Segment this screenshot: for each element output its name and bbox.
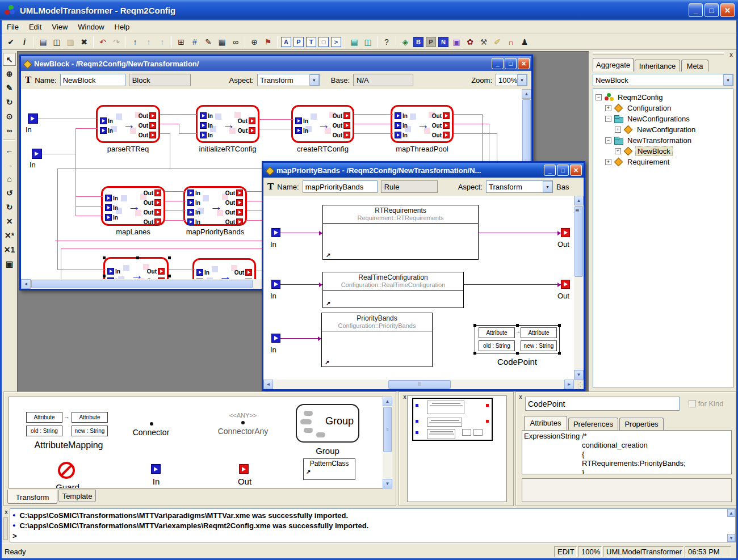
in-port[interactable]: In [196, 269, 209, 276]
connection-wire[interactable] [454, 124, 489, 124]
grid-icon[interactable]: # [188, 36, 201, 48]
in-port[interactable] [271, 334, 280, 343]
tree-item-label[interactable]: NewTransformation [626, 136, 693, 145]
tree-item-configuration[interactable]: +Configuration [594, 103, 732, 113]
help-icon[interactable]: ? [380, 36, 393, 48]
tab-preferences[interactable]: Preferences [568, 418, 618, 430]
in-port[interactable]: In [187, 190, 200, 196]
in-port[interactable]: In [395, 112, 408, 119]
out-port[interactable]: Out [333, 122, 350, 129]
class-rtrequirements[interactable]: RTRequirementsRequirement::RTRequirement… [322, 205, 479, 260]
name-input[interactable] [60, 74, 125, 86]
min-icon[interactable]: _ [544, 165, 556, 176]
tree-item-label[interactable]: Reqm2Config [616, 93, 665, 102]
connection-wire[interactable] [482, 114, 483, 169]
resize-grip[interactable]: ⋰⋰ [575, 381, 583, 389]
block-unnamed[interactable]: →InInOutOut [103, 257, 169, 279]
out-port[interactable]: Out [139, 132, 156, 138]
menu-window[interactable]: Window [73, 21, 109, 33]
connection-wire[interactable] [259, 119, 293, 120]
tree-item-label[interactable]: Requirement [626, 158, 671, 166]
interpreter-icon[interactable]: ⚒ [477, 36, 490, 48]
scroll-down-icon[interactable]: ▼ [383, 479, 392, 489]
selection-handle[interactable] [168, 275, 171, 277]
in-port[interactable] [28, 113, 38, 124]
in-port[interactable]: In [187, 218, 200, 225]
connection-wire[interactable] [165, 201, 186, 201]
navigate-up-alt-icon[interactable]: ↑ [142, 36, 155, 48]
connection-wire[interactable] [165, 210, 186, 211]
in-port[interactable]: In [100, 127, 113, 134]
scroll-left-icon[interactable]: ◄ [21, 279, 31, 289]
delete-one-icon[interactable]: ✕1 [3, 243, 16, 256]
tree-item-label[interactable]: NewConfigurations [626, 115, 691, 123]
tree-expander-icon[interactable]: − [605, 116, 611, 122]
connection-wire[interactable] [42, 154, 76, 154]
min-icon[interactable]: _ [492, 58, 504, 69]
tree-item-label[interactable]: NewBlock [635, 146, 673, 156]
out-port[interactable]: Out [144, 218, 161, 225]
block-mapLanes[interactable]: →InInInOutOutOutOut [101, 186, 165, 226]
tree-item-newconfigurations[interactable]: −NewConfigurations [594, 113, 732, 124]
selection-handle[interactable] [103, 256, 106, 259]
tree-expander-icon[interactable]: − [596, 94, 602, 100]
close-panel-icon[interactable]: x [517, 393, 525, 401]
scroll-up-icon[interactable]: ▲ [383, 397, 392, 406]
in-port[interactable] [32, 149, 42, 159]
tree-item-newconfiguration[interactable]: +NewConfiguration [594, 124, 732, 135]
scroll-right-icon[interactable]: ► [564, 380, 574, 389]
check-icon[interactable]: ✔ [5, 36, 17, 48]
out-port[interactable]: Out [139, 122, 156, 129]
connection-wire[interactable] [280, 284, 322, 285]
in-port[interactable]: In [100, 117, 113, 124]
in-port[interactable]: In [187, 209, 200, 216]
import-icon[interactable]: ▣ [450, 36, 463, 48]
out-port[interactable]: Out [333, 112, 350, 119]
out-port[interactable]: Out [225, 190, 243, 196]
connection-wire[interactable] [354, 133, 393, 134]
scroll-up-icon[interactable]: ▲ [727, 509, 735, 517]
connection-wire[interactable] [479, 233, 561, 233]
redo-icon[interactable]: ↷ [110, 36, 123, 48]
tab-transform[interactable]: Transform [7, 490, 57, 504]
block-unnamed[interactable]: →InInOutOut [192, 258, 256, 279]
connection-wire[interactable] [454, 133, 497, 134]
connection-wire[interactable] [280, 233, 322, 233]
rule-canvas[interactable]: Attribute old : String → Attribute new :… [263, 196, 574, 380]
tree-item-label[interactable]: NewConfiguration [635, 125, 697, 134]
block-parseRTReq[interactable]: →InInOutOutOut [96, 105, 160, 143]
panel-p-icon[interactable]: P [426, 37, 436, 47]
menu-view[interactable]: View [47, 21, 73, 33]
preferences-panel-icon[interactable]: P [293, 37, 304, 47]
tab-meta[interactable]: Meta [681, 60, 708, 71]
tree-expander-icon[interactable]: + [615, 127, 621, 133]
navigate-up-icon[interactable]: ↑ [129, 36, 141, 48]
minimize-button[interactable]: _ [689, 3, 703, 17]
console-output[interactable]: ●C:\apps\CoSMIC\Transformations\MTTVar\p… [10, 508, 736, 542]
out-port[interactable]: Out [139, 112, 156, 119]
part-panel-icon[interactable]: □ [318, 37, 329, 47]
chevron-down-icon[interactable]: ▼ [543, 181, 552, 192]
delete-all-icon[interactable]: ✕* [3, 229, 16, 242]
connection-wire[interactable] [76, 196, 103, 197]
name-input[interactable] [303, 180, 378, 193]
connection-wire[interactable] [76, 128, 98, 129]
overview-page[interactable] [407, 395, 507, 502]
scroll-down-icon[interactable]: ▼ [574, 370, 584, 380]
connection-wire[interactable] [354, 124, 393, 124]
close-icon[interactable]: ✕ [518, 58, 530, 69]
out-port[interactable]: Out [432, 112, 450, 119]
scroll-thumb[interactable]: ≡ [575, 206, 583, 277]
cascade-windows-icon[interactable]: ▣ [3, 257, 16, 270]
out-port[interactable]: Out [432, 132, 450, 138]
tree-expander-icon[interactable]: + [615, 148, 621, 154]
connection-wire[interactable] [179, 133, 198, 134]
attributes-area[interactable]: ExpressionString /* conditional_creation… [522, 430, 732, 474]
refresh-all-icon[interactable]: ↻ [3, 200, 16, 213]
tab-properties[interactable]: Properties [619, 418, 664, 430]
chevron-down-icon[interactable]: ▼ [309, 74, 319, 86]
orbit-icon[interactable]: ↻ [3, 95, 16, 108]
block-initializeRTConfig[interactable]: →InInInOutOut [196, 105, 259, 143]
in-port[interactable]: In [200, 112, 213, 119]
highlighter-icon[interactable]: ✐ [491, 36, 504, 48]
